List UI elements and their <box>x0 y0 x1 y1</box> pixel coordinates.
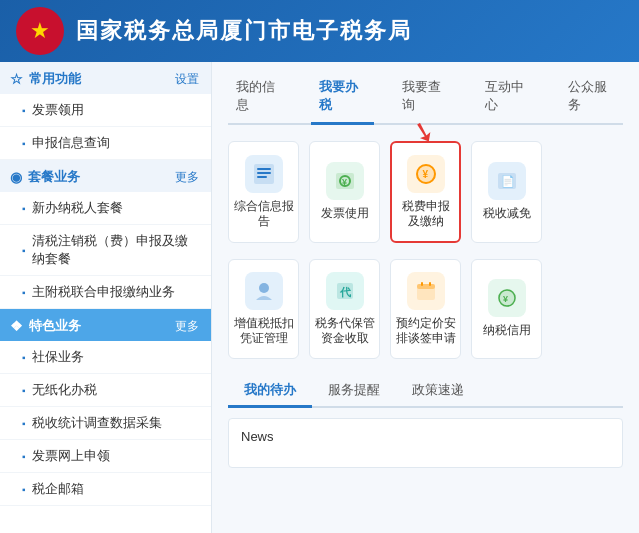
package-icon: ◉ <box>10 169 22 185</box>
svg-rect-18 <box>429 282 431 286</box>
tax-declare-icon: ¥ <box>407 155 445 193</box>
invoice-use-icon: ¥ <box>326 162 364 200</box>
package-more-link[interactable]: 更多 <box>175 169 199 186</box>
sidebar-item-declare-query[interactable]: 申报信息查询 <box>0 127 211 160</box>
tax-reduce-icon: 📄 <box>488 162 526 200</box>
svg-text:¥: ¥ <box>503 294 508 304</box>
tab-policy[interactable]: 政策速递 <box>396 375 480 408</box>
svg-text:📄: 📄 <box>501 174 515 188</box>
invoice-use-label: 发票使用 <box>321 206 369 221</box>
tax-declare-label: 税费申报及缴纳 <box>396 199 455 229</box>
credit-icon: ¥ <box>488 279 526 317</box>
tax-agent-icon: 代 <box>326 272 364 310</box>
svg-rect-3 <box>257 176 267 178</box>
layout: ☆ 常用功能 设置 发票领用 申报信息查询 ◉ 套餐业务 更多 新办纳税人套餐 … <box>0 62 639 533</box>
sidebar-item-paperless[interactable]: 无纸化办税 <box>0 374 211 407</box>
icon-grid-row1: 综合信息报告 ¥ 发票使用 ➘ ¥ 税费申报及缴纳 📄 <box>228 141 623 243</box>
tab-interact[interactable]: 互动中心 <box>477 74 540 125</box>
header-title: 国家税务总局厦门市电子税务局 <box>76 16 412 46</box>
sidebar-item-new-taxpayer[interactable]: 新办纳税人套餐 <box>0 192 211 225</box>
main-content: 我的信息 我要办税 我要查询 互动中心 公众服务 综合信息报告 ¥ 发票使用 <box>212 62 639 533</box>
icon-grid-row2: 增值税抵扣凭证管理 代 税务代保管资金收取 预约定价安排谈签申请 ¥ <box>228 259 623 359</box>
news-label: News <box>241 429 274 444</box>
vat-manage-label: 增值税抵扣凭证管理 <box>233 316 294 346</box>
svg-text:代: 代 <box>339 286 352 298</box>
sidebar-item-tax-mailbox[interactable]: 税企邮箱 <box>0 473 211 506</box>
comprehensive-report-icon <box>245 155 283 193</box>
common-icon: ☆ <box>10 71 23 87</box>
tax-reduce-label: 税收减免 <box>483 206 531 221</box>
icon-tax-reduce[interactable]: 📄 税收减免 <box>471 141 542 243</box>
svg-rect-17 <box>421 282 423 286</box>
svg-text:¥: ¥ <box>342 177 347 187</box>
svg-rect-16 <box>417 284 435 289</box>
tab-my-query[interactable]: 我要查询 <box>394 74 457 125</box>
tab-my-info[interactable]: 我的信息 <box>228 74 291 125</box>
svg-text:¥: ¥ <box>422 169 428 180</box>
sidebar-section-package: ◉ 套餐业务 更多 <box>0 160 211 192</box>
comprehensive-report-label: 综合信息报告 <box>233 199 294 229</box>
special-more-link[interactable]: 更多 <box>175 318 199 335</box>
header-logo <box>16 7 64 55</box>
icon-tax-agent[interactable]: 代 税务代保管资金收取 <box>309 259 380 359</box>
icon-comprehensive-report[interactable]: 综合信息报告 <box>228 141 299 243</box>
tab-pending[interactable]: 我的待办 <box>228 375 312 408</box>
main-tabs: 我的信息 我要办税 我要查询 互动中心 公众服务 <box>228 74 623 125</box>
common-setting-link[interactable]: 设置 <box>175 71 199 88</box>
sidebar-section-common: ☆ 常用功能 设置 <box>0 62 211 94</box>
special-icon: ❖ <box>10 318 23 334</box>
credit-label: 纳税信用 <box>483 323 531 338</box>
sidebar-item-tax-cancel[interactable]: 清税注销税（费）申报及缴纳套餐 <box>0 225 211 276</box>
appointment-icon <box>407 272 445 310</box>
icon-invoice-use[interactable]: ¥ 发票使用 <box>309 141 380 243</box>
news-area: News <box>228 418 623 468</box>
svg-rect-1 <box>257 168 271 170</box>
appointment-label: 预约定价安排谈签申请 <box>395 316 456 346</box>
sidebar-item-invoice-use[interactable]: 发票领用 <box>0 94 211 127</box>
sidebar-item-invoice-online[interactable]: 发票网上申领 <box>0 440 211 473</box>
sidebar-section-special-title: ❖ 特色业务 <box>10 317 81 335</box>
icon-empty1 <box>552 141 623 243</box>
tab-public[interactable]: 公众服务 <box>560 74 623 125</box>
icon-credit[interactable]: ¥ 纳税信用 <box>471 259 542 359</box>
sidebar-section-package-title: ◉ 套餐业务 <box>10 168 80 186</box>
header: 国家税务总局厦门市电子税务局 <box>0 0 639 62</box>
sidebar-item-social-security[interactable]: 社保业务 <box>0 341 211 374</box>
svg-rect-2 <box>257 172 271 174</box>
tax-agent-label: 税务代保管资金收取 <box>314 316 375 346</box>
vat-manage-icon <box>245 272 283 310</box>
icon-vat-manage[interactable]: 增值税抵扣凭证管理 <box>228 259 299 359</box>
sidebar-section-common-title: ☆ 常用功能 <box>10 70 81 88</box>
sidebar-section-special: ❖ 特色业务 更多 <box>0 309 211 341</box>
bottom-tabs: 我的待办 服务提醒 政策速递 <box>228 375 623 408</box>
icon-tax-declare[interactable]: ➘ ¥ 税费申报及缴纳 <box>390 141 461 243</box>
icon-empty2 <box>552 259 623 359</box>
sidebar-item-stats-collect[interactable]: 税收统计调查数据采集 <box>0 407 211 440</box>
sidebar-item-main-sub-tax[interactable]: 主附税联合申报缴纳业务 <box>0 276 211 309</box>
sidebar: ☆ 常用功能 设置 发票领用 申报信息查询 ◉ 套餐业务 更多 新办纳税人套餐 … <box>0 62 212 533</box>
tab-my-work[interactable]: 我要办税 <box>311 74 374 125</box>
svg-point-12 <box>259 283 269 293</box>
icon-appointment[interactable]: 预约定价安排谈签申请 <box>390 259 461 359</box>
tab-service-remind[interactable]: 服务提醒 <box>312 375 396 408</box>
